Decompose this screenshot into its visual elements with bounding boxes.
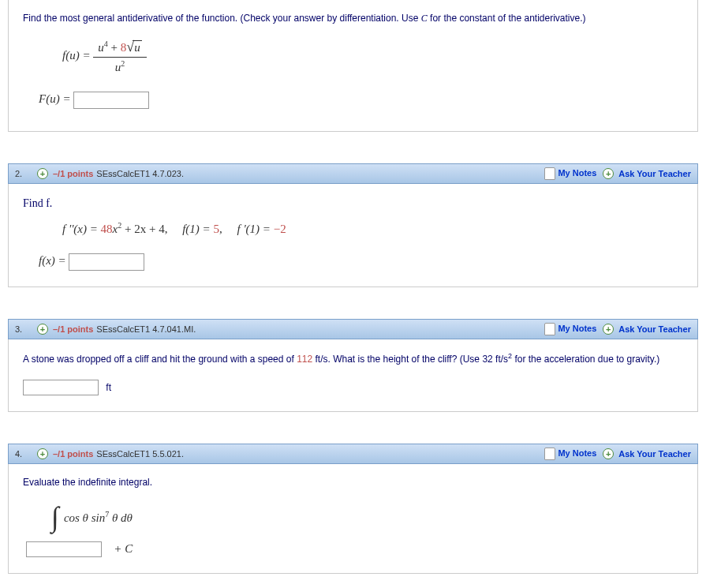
q2-rest: + 2x + 4, bbox=[121, 223, 167, 235]
my-notes-label: My Notes bbox=[558, 448, 596, 458]
q4-integrand: cos θ sin7 θ dθ bbox=[64, 510, 133, 525]
ask-teacher-label: Ask Your Teacher bbox=[618, 449, 691, 459]
q2-find: Find f. bbox=[23, 192, 683, 215]
q4-body: Evaluate the indefinite integral. ∫ cos … bbox=[8, 464, 698, 574]
q3-tb: ft/s. What is the height of the cliff? (… bbox=[312, 354, 508, 365]
q2-bar: 2. + –/1 points SEssCalcET1 4.7.023. My … bbox=[8, 163, 698, 184]
q3-unit: ft bbox=[106, 382, 111, 393]
q1-denominator: u2 bbox=[93, 58, 146, 74]
q2-number: 2. bbox=[15, 169, 37, 178]
q3-prompt: A stone was dropped off a cliff and hit … bbox=[23, 347, 683, 375]
notes-link[interactable]: My Notes bbox=[544, 323, 596, 335]
notes-link[interactable]: My Notes bbox=[544, 167, 596, 180]
q3-answer-row: ft bbox=[23, 375, 683, 395]
q1-equation: f(u) = u4 + 8√u u2 bbox=[23, 34, 683, 79]
ask-teacher-link[interactable]: +Ask Your Teacher bbox=[603, 168, 691, 179]
q2-points: –/1 points bbox=[53, 169, 93, 178]
q2-answer-row: f(x) = bbox=[23, 241, 683, 271]
q4-integral: ∫ cos θ sin7 θ dθ bbox=[23, 498, 683, 537]
q1-answer-input[interactable] bbox=[73, 92, 149, 109]
plus-icon: + bbox=[603, 324, 614, 335]
q3-points: –/1 points bbox=[53, 324, 93, 334]
plus-icon: + bbox=[603, 448, 614, 459]
q3-body: A stone was dropped off a cliff and hit … bbox=[8, 339, 698, 412]
q2-fx-label: f(x) = bbox=[39, 254, 69, 267]
question-1-body: Find the most general antiderivative of … bbox=[8, 0, 698, 132]
q2-body: Find f. f ''(x) = 48x2 + 2x + 4, f(1) = … bbox=[8, 184, 698, 287]
ask-teacher-link[interactable]: +Ask Your Teacher bbox=[603, 448, 691, 459]
q4-id: SEssCalcET1 5.5.021. bbox=[96, 449, 184, 459]
my-notes-label: My Notes bbox=[558, 323, 596, 332]
expand-icon[interactable]: + bbox=[37, 168, 48, 179]
q2-f1r: 5 bbox=[213, 223, 219, 235]
q3-id: SEssCalcET1 4.7.041.MI. bbox=[96, 324, 196, 334]
q1-prompt: Find the most general antiderivative of … bbox=[23, 8, 683, 34]
q4-prompt: Evaluate the indefinite integral. bbox=[23, 472, 683, 498]
q4-ib: θ dθ bbox=[109, 511, 133, 524]
q1-prompt-c: C bbox=[421, 13, 428, 24]
ask-teacher-label: Ask Your Teacher bbox=[618, 169, 691, 178]
expand-icon[interactable]: + bbox=[37, 324, 48, 335]
q4-ia: cos θ sin bbox=[64, 511, 105, 524]
q3-ta: A stone was dropped off a cliff and hit … bbox=[23, 354, 297, 365]
integral-icon: ∫ bbox=[51, 506, 59, 529]
q1-den-exp: 2 bbox=[121, 59, 125, 68]
q4-points: –/1 points bbox=[53, 449, 93, 459]
q1-sqrt-u: u bbox=[133, 40, 142, 54]
ask-teacher-label: Ask Your Teacher bbox=[618, 324, 691, 334]
plus-icon: + bbox=[603, 168, 614, 179]
q1-fu-label: f(u) = bbox=[62, 49, 93, 62]
q2-c1: , bbox=[219, 223, 222, 235]
q1-prompt-b: for the constant of the antiderivative.) bbox=[428, 13, 586, 24]
q1-u: u bbox=[98, 41, 104, 54]
q2-48: 48 bbox=[101, 223, 113, 235]
my-notes-label: My Notes bbox=[558, 168, 596, 178]
q3-bar: 3. + –/1 points SEssCalcET1 4.7.041.MI. … bbox=[8, 319, 698, 339]
q1-numerator: u4 + 8√u bbox=[93, 39, 146, 58]
q4-plus-c: + C bbox=[114, 542, 133, 555]
q4-answer-input[interactable] bbox=[26, 541, 102, 557]
q1-prompt-a: Find the most general antiderivative of … bbox=[23, 13, 421, 24]
q1-answer-row: F(u) = bbox=[23, 79, 683, 109]
q3-number: 3. bbox=[15, 324, 37, 334]
q2-fpp: f ''(x) = bbox=[62, 223, 101, 235]
notes-icon bbox=[544, 167, 555, 180]
q2-fp1l: f '(1) = bbox=[237, 223, 273, 235]
ask-teacher-link[interactable]: +Ask Your Teacher bbox=[603, 324, 691, 335]
q2-answer-input[interactable] bbox=[69, 253, 144, 271]
expand-icon[interactable]: + bbox=[37, 448, 48, 459]
q2-equation: f ''(x) = 48x2 + 2x + 4, f(1) = 5, f '(1… bbox=[23, 216, 683, 241]
notes-icon bbox=[544, 448, 555, 460]
q4-bar: 4. + –/1 points SEssCalcET1 5.5.021. My … bbox=[8, 444, 698, 464]
q2-find-text: Find f. bbox=[23, 197, 52, 209]
q3-answer-input[interactable] bbox=[23, 380, 99, 395]
q3-tc: for the acceleration due to gravity.) bbox=[512, 354, 659, 365]
q1-fraction: u4 + 8√u u2 bbox=[93, 39, 146, 74]
q3-speed: 112 bbox=[297, 354, 312, 365]
q1-Fu-label: F(u) = bbox=[39, 93, 73, 106]
notes-icon bbox=[544, 323, 555, 335]
q4-number: 4. bbox=[15, 449, 37, 459]
q2-f1l: f(1) = bbox=[182, 223, 213, 235]
q4-answer-row: + C bbox=[23, 537, 683, 557]
q1-plus: + bbox=[108, 41, 121, 54]
q2-fp1r: −2 bbox=[274, 223, 286, 235]
notes-link[interactable]: My Notes bbox=[544, 448, 596, 460]
q2-id: SEssCalcET1 4.7.023. bbox=[96, 169, 184, 178]
